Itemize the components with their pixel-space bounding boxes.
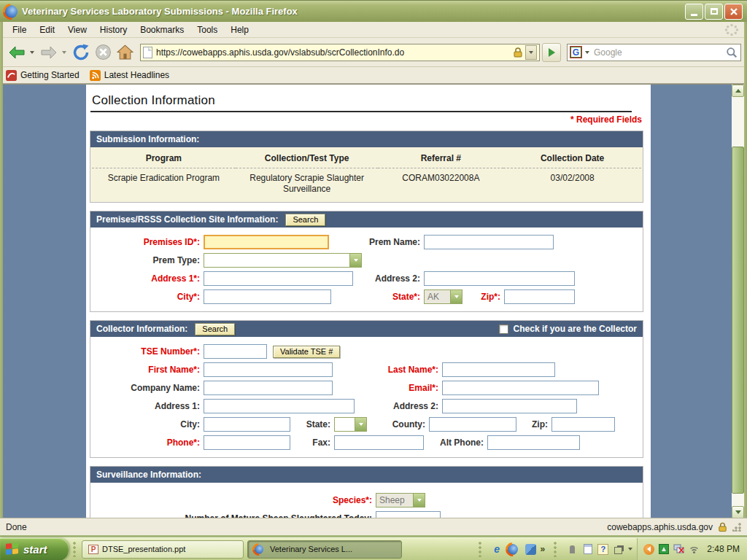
email-input[interactable] <box>442 381 599 395</box>
validate-tse-button[interactable]: Validate TSE # <box>273 346 340 358</box>
page-title: Collection Information <box>92 93 651 108</box>
species-select[interactable]: Sheep <box>376 493 425 508</box>
search-magnifier-icon[interactable] <box>726 47 738 58</box>
menu-file[interactable]: File <box>6 23 33 36</box>
navigation-toolbar: https://cowebapps.aphis.usda.gov/vslabsu… <box>0 38 747 67</box>
firefox-icon[interactable] <box>507 544 518 555</box>
collector-checkbox-label: Check if you are the Collector <box>514 324 637 334</box>
tray-collapse-button[interactable] <box>643 544 654 555</box>
back-dropdown[interactable] <box>28 42 36 63</box>
chevron-down-icon <box>450 290 462 303</box>
taskbar-task-powerpoint[interactable]: DTSE_presentation.ppt <box>82 540 244 559</box>
toolbar-grip[interactable] <box>552 541 560 557</box>
premises-city-input[interactable] <box>204 289 331 304</box>
taskbar-clock[interactable]: 2:48 PM <box>707 544 740 554</box>
chevron-down-icon <box>585 51 589 54</box>
alt-phone-label: Alt Phone: <box>424 438 487 448</box>
premises-section: Premises/RSSS Collection Site Informatio… <box>90 211 643 312</box>
internet-explorer-icon[interactable] <box>492 544 503 555</box>
notepad-icon[interactable] <box>582 544 593 555</box>
bookmark-getting-started[interactable]: Getting Started <box>6 70 80 81</box>
collector-checkbox[interactable] <box>499 324 508 334</box>
menu-bookmarks[interactable]: Bookmarks <box>133 23 190 36</box>
minimize-button[interactable] <box>685 4 703 20</box>
vertical-scrollbar[interactable] <box>732 85 744 518</box>
tray-updater-icon[interactable] <box>659 544 669 554</box>
scroll-down-button[interactable] <box>732 506 744 518</box>
collector-address2-input[interactable] <box>442 399 577 413</box>
forward-button[interactable] <box>38 42 60 63</box>
last-name-input[interactable] <box>442 362 555 377</box>
column-header: Collection/Test Type <box>236 150 379 168</box>
search-input[interactable]: Google <box>594 47 726 58</box>
overflow-chevron[interactable]: » <box>541 544 546 554</box>
collection-date-value: 03/02/2008 <box>503 168 641 198</box>
city-label: City*: <box>93 292 204 302</box>
collector-section: Collector Information: Search Check if y… <box>90 320 643 458</box>
column-header: Referral # <box>378 150 503 168</box>
company-name-input[interactable] <box>204 381 333 395</box>
collector-state-label: State: <box>290 419 334 429</box>
status-bar: Done cowebapps.aphis.usda.gov <box>0 518 747 537</box>
toolbar-grip[interactable] <box>71 541 79 557</box>
wireless-icon[interactable] <box>689 544 700 555</box>
home-button[interactable] <box>114 42 136 63</box>
tse-number-input[interactable] <box>204 344 267 359</box>
search-engine-dropdown[interactable] <box>583 51 591 54</box>
go-button[interactable] <box>542 43 561 62</box>
premises-address1-input[interactable] <box>204 271 353 286</box>
section-header: Surveillance Information: <box>96 470 201 480</box>
messenger-icon[interactable] <box>525 544 536 555</box>
collector-state-select[interactable] <box>334 417 367 432</box>
column-header: Program <box>92 150 236 168</box>
close-button[interactable] <box>724 4 743 20</box>
chevron-down-icon[interactable] <box>628 548 632 551</box>
maximize-button[interactable] <box>705 4 723 20</box>
first-name-input[interactable] <box>204 362 333 377</box>
forward-dropdown[interactable] <box>60 42 69 63</box>
phone-input[interactable] <box>204 435 290 450</box>
prem-name-input[interactable] <box>424 235 554 249</box>
title-bar[interactable]: Veterinary Services Laboratory Submissio… <box>0 0 747 22</box>
url-text[interactable]: https://cowebapps.aphis.usda.gov/vslabsu… <box>156 47 511 58</box>
collector-zip-input[interactable] <box>551 417 615 432</box>
status-domain: cowebapps.aphis.usda.gov <box>607 522 713 532</box>
menu-history[interactable]: History <box>93 23 133 36</box>
collector-address2-label: Address 2: <box>355 401 442 411</box>
chevron-down-icon <box>355 418 366 431</box>
menu-help[interactable]: Help <box>224 23 255 36</box>
menu-view[interactable]: View <box>61 23 93 36</box>
taskbar-task-firefox[interactable]: Veterinary Services L... <box>247 540 402 559</box>
bookmark-latest-headlines[interactable]: Latest Headlines <box>90 70 169 81</box>
toolbar-grip[interactable] <box>477 541 484 557</box>
resize-grip[interactable] <box>732 523 741 532</box>
help-icon[interactable] <box>597 544 608 555</box>
start-button[interactable]: start <box>0 538 69 560</box>
premises-state-select[interactable]: AK <box>424 289 462 304</box>
premises-zip-input[interactable] <box>504 289 575 304</box>
menu-tools[interactable]: Tools <box>190 23 224 36</box>
alt-phone-input[interactable] <box>487 435 580 450</box>
url-dropdown-button[interactable] <box>525 45 537 60</box>
premises-id-input[interactable] <box>204 235 329 249</box>
network-disconnected-icon[interactable] <box>673 544 684 555</box>
premises-search-button[interactable]: Search <box>285 214 325 226</box>
collector-address1-input[interactable] <box>204 399 355 413</box>
county-input[interactable] <box>429 417 516 432</box>
reload-button[interactable] <box>70 42 92 63</box>
fax-input[interactable] <box>334 435 424 450</box>
prem-type-select[interactable] <box>204 253 362 268</box>
microphone-icon[interactable] <box>567 544 578 555</box>
url-bar[interactable]: https://cowebapps.aphis.usda.gov/vslabsu… <box>140 44 540 61</box>
tse-number-label: TSE Number*: <box>93 346 204 357</box>
collector-search-button[interactable]: Search <box>195 323 235 335</box>
stop-button[interactable] <box>92 42 114 63</box>
restore-window-icon[interactable] <box>613 544 624 555</box>
menu-edit[interactable]: Edit <box>33 23 61 36</box>
collector-city-input[interactable] <box>204 417 290 432</box>
back-button[interactable] <box>6 42 28 63</box>
scrollbar-thumb[interactable] <box>732 147 744 494</box>
scroll-up-button[interactable] <box>732 85 744 97</box>
premises-address2-input[interactable] <box>424 271 575 286</box>
page-icon[interactable] <box>143 47 152 58</box>
